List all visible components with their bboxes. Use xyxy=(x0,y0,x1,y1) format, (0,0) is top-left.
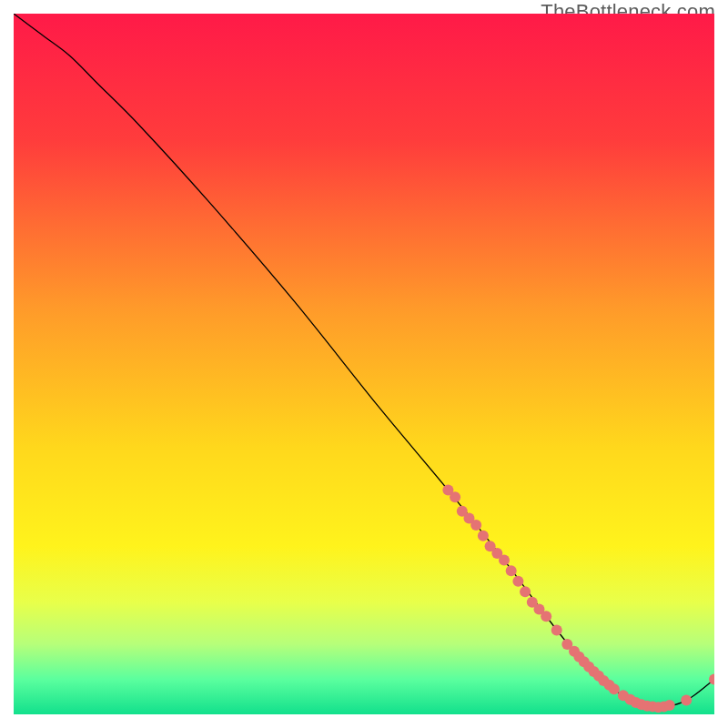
marker-dense-cluster-upper xyxy=(512,576,523,587)
marker-dense-cluster-upper xyxy=(541,611,551,622)
marker-rise-points xyxy=(681,695,692,706)
background-gradient xyxy=(14,14,714,714)
marker-dense-cluster-upper xyxy=(470,520,481,531)
marker-dense-cluster-upper xyxy=(478,531,489,541)
marker-mid-gap-points xyxy=(551,625,562,636)
chart-stage: TheBottleneck.com xyxy=(0,0,728,728)
marker-dense-cluster-upper xyxy=(520,586,531,597)
plot-area xyxy=(14,14,714,714)
marker-dense-cluster-upper xyxy=(450,491,460,502)
marker-dense-cluster-upper xyxy=(506,565,517,576)
marker-dense-cluster-upper xyxy=(499,555,510,566)
marker-dense-cluster-lower xyxy=(609,683,620,694)
plot-svg xyxy=(14,14,714,714)
marker-valley-points xyxy=(664,700,675,711)
